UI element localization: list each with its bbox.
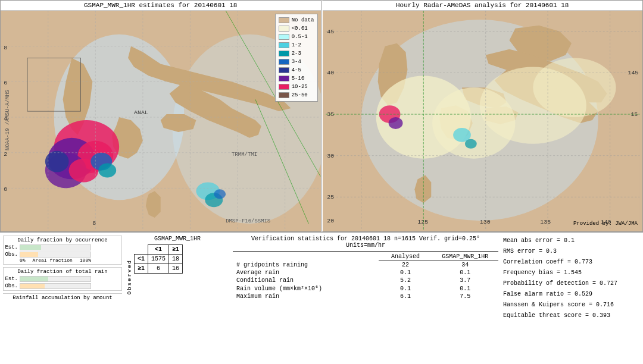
verif-gsmap-1: 0.1 (432, 269, 498, 277)
legend-25: 25-50 (279, 91, 314, 99)
svg-text:130: 130 (479, 219, 490, 225)
left-map-panel: GSMAP_MWR_1HR estimates for 20140601 18 (0, 0, 322, 232)
verif-analysed-1: 0.1 (379, 269, 432, 277)
svg-text:30: 30 (327, 153, 334, 159)
rain-chart-title: Daily fraction of total rain (5, 269, 120, 275)
verif-analysed-3: 0.1 (379, 284, 432, 293)
provided-by-label: Provided by: JWA/JMA (573, 221, 638, 227)
svg-text:NOAA-19 /AMSU-A/MHS: NOAA-19 /AMSU-A/MHS (5, 90, 11, 150)
contingency-row-header-1: ≥1 (135, 264, 148, 274)
top-section: GSMAP_MWR_1HR estimates for 20140601 18 (0, 0, 643, 232)
est-bar-row: Est. (5, 244, 120, 250)
right-map-title: Hourly Radar-AMeDAS analysis for 2014060… (323, 1, 643, 11)
right-map-content: 45 40 35 30 25 20 125 130 135 140 145 15 (323, 11, 643, 230)
legend-label-05: 0.5-1 (292, 33, 308, 41)
obs-bar-fill (20, 252, 38, 257)
legend-color-5 (279, 76, 289, 81)
verif-table: Analysed GSMAP_MWR_1HR # gridpoints rain… (233, 253, 498, 300)
stat-6: Hanssen & Kuipers score = 0.716 (503, 300, 640, 310)
stats-panel: Mean abs error = 0.1 RMS error = 0.3 Cor… (503, 236, 640, 361)
legend-nodata: No data (279, 16, 314, 24)
verif-row-3: Rain volume (mm×km²×10⁶) 0.1 0.1 (233, 284, 498, 293)
svg-text:40: 40 (327, 70, 334, 76)
svg-text:8: 8 (4, 45, 7, 51)
stat-4: Probability of detection = 0.727 (503, 278, 640, 289)
legend-color-1 (279, 42, 289, 48)
verif-col-empty (233, 253, 379, 261)
legend-05: 0.5-1 (279, 33, 314, 41)
svg-point-10 (98, 164, 116, 178)
legend-label-001: <0.01 (292, 24, 308, 33)
contingency-row-1: ≥1 6 16 (135, 264, 183, 274)
stat-3: Frequency bias = 1.545 (503, 268, 640, 278)
bottom-section: Daily fraction by occurrence Est. Obs. (0, 232, 643, 364)
verif-label-1: Average rain (233, 269, 379, 277)
legend-1: 1-2 (279, 41, 314, 49)
contingency-cell-10: 6 (148, 264, 169, 274)
legend-label-10: 10-25 (292, 83, 308, 91)
obs-rain-fill (20, 284, 45, 288)
est-rain-bar (20, 276, 91, 282)
stat-5: False alarm ratio = 0.529 (503, 289, 640, 300)
legend-4: 4-5 (279, 66, 314, 74)
contingency-row-header-0: <1 (135, 255, 148, 264)
legend-3: 3-4 (279, 58, 314, 66)
contingency-col-gte1: ≥1 (169, 245, 183, 255)
contingency-corner (135, 245, 148, 255)
observed-label-container: Observed (127, 259, 133, 294)
legend-color-2 (279, 51, 289, 57)
verif-col-gsmap: GSMAP_MWR_1HR (432, 253, 498, 261)
contingency-table-wrapper: <1 ≥1 <1 1575 18 ≥1 (134, 244, 183, 294)
svg-point-8 (45, 151, 69, 172)
stat-7: Equitable threat score = 0.393 (503, 310, 640, 321)
contingency-title: GSMAP_MWR_1HR (127, 236, 228, 242)
contingency-cell-11: 16 (169, 264, 183, 274)
legend-label-nodata: No data (292, 16, 314, 24)
legend-box: No data <0.01 0.5-1 1-2 (275, 14, 318, 102)
legend-color-05 (279, 34, 289, 40)
legend-color-nodata (279, 17, 289, 23)
legend-label-5: 5-10 (292, 74, 305, 83)
legend-label-1: 1-2 (292, 41, 301, 49)
est-rain-row: Est. (5, 276, 120, 282)
legend-label-4: 4-5 (292, 66, 301, 74)
observed-label: Observed (127, 259, 133, 294)
legend-color-3 (279, 59, 289, 65)
axis-left: 0% (20, 258, 26, 263)
verif-separator (233, 251, 498, 252)
obs-rain-bar (20, 283, 91, 289)
occurrence-chart-title: Daily fraction by occurrence (5, 237, 120, 243)
legend-001: <0.01 (279, 24, 314, 33)
est-bar-outer (20, 244, 91, 250)
svg-text:8: 8 (92, 220, 96, 227)
verif-label-3: Rain volume (mm×km²×10⁶) (233, 284, 379, 293)
obs-label: Obs. (5, 252, 18, 258)
verif-row-2: Conditional rain 5.2 3.7 (233, 277, 498, 284)
contingency-layout: Observed <1 ≥1 <1 (127, 244, 228, 294)
left-map-content: 8 6 4 2 0 8 ANAL TRMM/TMI DMSP-F16/SSMIS (1, 11, 321, 230)
legend-10: 10-25 (279, 83, 314, 91)
axis-right: 100% (80, 258, 91, 263)
svg-point-45 (388, 117, 402, 129)
svg-point-47 (464, 139, 476, 149)
legend-label-25: 25-50 (292, 91, 308, 99)
verification-panel: Verification statistics for 20140601 18 … (233, 236, 498, 361)
legend-color-10 (279, 84, 289, 90)
right-map-panel: Hourly Radar-AMeDAS analysis for 2014060… (322, 0, 644, 232)
stat-0: Mean abs error = 0.1 (503, 236, 640, 246)
charts-panel: Daily fraction by occurrence Est. Obs. (3, 236, 122, 361)
svg-text:0: 0 (4, 186, 7, 193)
verif-label-0: # gridpoints raining (233, 261, 379, 269)
verif-row-4: Maximum rain 6.1 7.5 (233, 293, 498, 300)
svg-text:35: 35 (327, 111, 334, 118)
legend-label-2: 2-3 (292, 49, 301, 58)
svg-text:6: 6 (4, 80, 7, 86)
legend-color-001 (279, 26, 289, 32)
legend-color-4 (279, 67, 289, 73)
contingency-table: <1 ≥1 <1 1575 18 ≥1 (134, 244, 183, 274)
accumulation-label: Rainfall accumulation by amount (3, 293, 122, 301)
verif-analysed-4: 6.1 (379, 293, 432, 300)
svg-text:15: 15 (630, 111, 638, 118)
svg-text:45: 45 (327, 29, 334, 35)
verif-title: Verification statistics for 20140601 18 … (233, 236, 498, 249)
